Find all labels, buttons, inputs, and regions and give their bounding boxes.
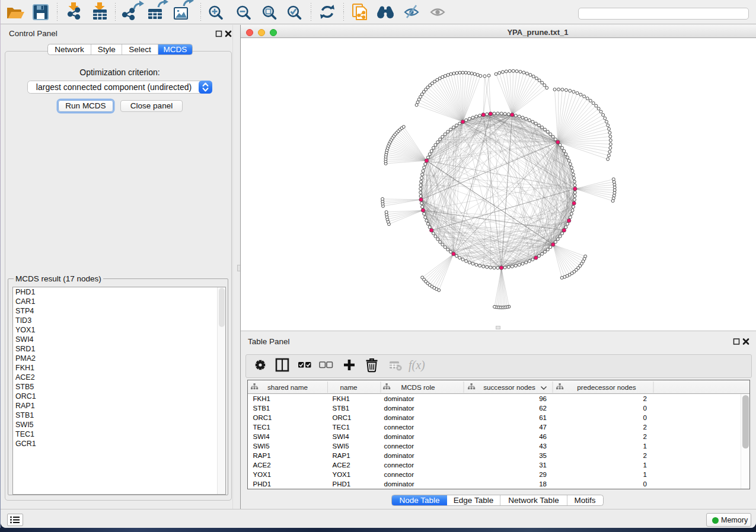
svg-text:f(x): f(x)	[409, 358, 425, 372]
